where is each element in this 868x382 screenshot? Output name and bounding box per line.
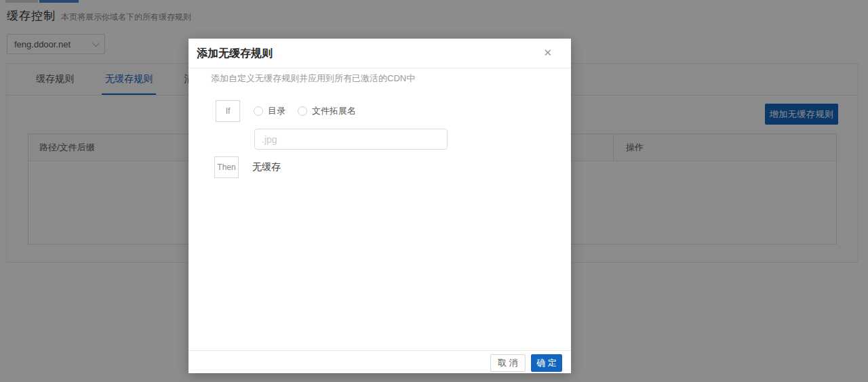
radio-directory[interactable]: 目录 (254, 105, 285, 117)
radio-file-extension[interactable]: 文件拓展名 (298, 105, 356, 117)
ok-button[interactable]: 确 定 (531, 354, 562, 372)
modal-description: 添加自定义无缓存规则并应用到所有已激活的CDN中 (211, 72, 415, 85)
screen: 缓存控制 本页将展示你域名下的所有缓存规则 feng.ddoor.net 缓存规… (0, 0, 868, 382)
then-label-box: Then (214, 156, 239, 178)
then-action-value: 无缓存 (252, 156, 281, 178)
modal-footer: 取 消 确 定 (189, 350, 571, 373)
radio-circle-icon[interactable] (254, 106, 263, 116)
cancel-button[interactable]: 取 消 (490, 354, 526, 372)
radio-directory-label: 目录 (268, 105, 285, 117)
condition-type-radio-group: 目录 文件拓展名 (254, 100, 356, 122)
modal-title: 添加无缓存规则 (197, 47, 273, 61)
modal-header: 添加无缓存规则 ✕ (189, 39, 571, 68)
close-icon[interactable]: ✕ (543, 46, 552, 60)
rule-pattern-input[interactable] (254, 129, 448, 150)
add-no-cache-rule-modal: 添加无缓存规则 ✕ 添加自定义无缓存规则并应用到所有已激活的CDN中 If 目录… (189, 39, 571, 373)
radio-file-extension-label: 文件拓展名 (312, 105, 356, 117)
if-label-box: If (216, 100, 240, 122)
radio-circle-icon[interactable] (298, 106, 307, 116)
